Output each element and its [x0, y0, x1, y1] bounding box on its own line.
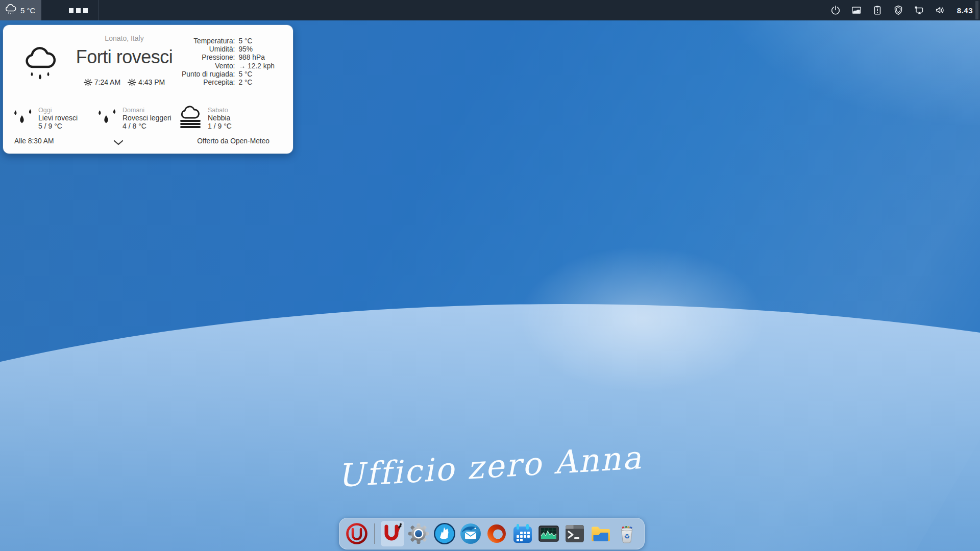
detail-value: 5 °C — [238, 38, 275, 45]
weather-popover: Lonato, Italy Forti rovesci 7:24 AM 4:43… — [3, 25, 293, 154]
librewolf-icon — [433, 522, 456, 545]
detail-label: Vento: — [182, 63, 235, 70]
forecast-day: Domani — [122, 107, 172, 114]
clipboard-alert-icon[interactable] — [871, 4, 884, 16]
sunset-icon — [128, 79, 136, 86]
ufficio-zero-installer-icon — [382, 522, 403, 545]
dock-separator — [374, 523, 375, 544]
forecast-temps: 4 / 8 °C — [122, 122, 172, 130]
forecast-tomorrow: Domani Rovesci leggeri 4 / 8 °C — [94, 106, 179, 131]
dock-item-settings[interactable] — [407, 521, 430, 546]
forecast-condition: Lievi rovesci — [38, 114, 78, 122]
terminal-icon — [564, 522, 586, 545]
detail-value: 988 hPa — [238, 54, 275, 61]
forecast-condition: Nebbia — [208, 114, 232, 122]
dock-item-file-manager[interactable] — [589, 521, 612, 546]
folder-icon — [590, 522, 612, 545]
sunset-time: 4:43 PM — [138, 78, 165, 86]
weather-card-footer: Alle 8:30 AM Offerto da Open-Meteo — [3, 137, 293, 147]
trash-full-icon: ♻ — [616, 522, 638, 545]
system-tray: 8.43 — [829, 0, 973, 20]
panel-separator — [98, 0, 99, 20]
forecast-day: Sabato — [208, 107, 232, 114]
chevron-down-icon[interactable] — [111, 138, 126, 147]
dock-item-terminal[interactable] — [563, 521, 586, 546]
display-brightness-icon[interactable] — [850, 4, 863, 16]
dock-item-calendar[interactable] — [511, 521, 534, 546]
wallpaper-glow — [479, 222, 805, 416]
power-icon[interactable] — [829, 4, 842, 16]
detail-label: Pressione: — [182, 54, 235, 61]
weather-details: Temperatura: 5 °C Umidità: 95% Pressione… — [182, 38, 275, 86]
ufficio-zero-logo-icon — [346, 522, 368, 545]
panel-clock[interactable]: 8.43 — [957, 6, 973, 15]
detail-label: Punto di rugiada: — [182, 71, 235, 78]
detail-value: → 12.2 kph — [238, 63, 275, 70]
shield-icon[interactable] — [892, 4, 904, 16]
weather-condition: Forti rovesci — [52, 46, 197, 68]
weather-location: Lonato, Italy — [52, 34, 197, 42]
weather-updated: Alle 8:30 AM — [14, 137, 54, 145]
forecast-temps: 1 / 9 °C — [208, 122, 232, 130]
forecast-row: Oggi Lievi rovesci 5 / 9 °C Domani Roves… — [10, 106, 286, 131]
rain-cloud-icon — [4, 4, 17, 17]
panel-weather-temp: 5 °C — [20, 6, 35, 15]
detail-label: Umidità: — [182, 46, 235, 53]
panel-menu-button[interactable] — [67, 0, 90, 20]
panel-weather-applet[interactable]: 5 °C — [0, 0, 41, 20]
weather-attribution: Offerto da Open-Meteo — [197, 137, 270, 145]
grid-dots-icon — [69, 8, 74, 13]
detail-value: 5 °C — [238, 71, 275, 78]
sunrise-icon — [84, 79, 92, 86]
svg-text:♻: ♻ — [624, 533, 630, 540]
weather-card-main: Lonato, Italy Forti rovesci 7:24 AM 4:43… — [52, 34, 197, 86]
dock-item-ufficio-zero-menu[interactable] — [345, 521, 369, 546]
fog-icon — [179, 106, 203, 131]
dock: ♻ — [339, 518, 645, 549]
forecast-saturday: Sabato Nebbia 1 / 9 °C — [179, 106, 263, 131]
sunrise-time: 7:24 AM — [94, 78, 120, 86]
forecast-condition: Rovesci leggeri — [122, 114, 172, 122]
forecast-day: Oggi — [38, 107, 78, 114]
dock-item-office[interactable] — [485, 521, 508, 546]
detail-label: Temperatura: — [182, 38, 235, 45]
forecast-today: Oggi Lievi rovesci 5 / 9 °C — [10, 106, 94, 131]
top-panel: 5 °C — [0, 0, 980, 20]
network-icon[interactable] — [913, 4, 925, 16]
detail-value: 95% — [238, 46, 275, 53]
forecast-temps: 5 / 9 °C — [38, 122, 78, 130]
dock-item-thunderbird[interactable] — [459, 521, 482, 546]
dock-item-librewolf[interactable] — [433, 521, 456, 546]
detail-label: Percepita: — [182, 79, 235, 86]
system-monitor-icon — [537, 522, 560, 545]
detail-value: 2 °C — [238, 79, 275, 86]
dock-item-system-monitor[interactable] — [537, 521, 560, 546]
sunset-row: 4:43 PM — [128, 78, 165, 86]
rain-drops-icon — [10, 106, 34, 131]
office-icon — [485, 522, 508, 545]
panel-edge-widget[interactable] — [975, 1, 978, 19]
thunderbird-icon — [459, 522, 482, 545]
rain-drops-icon — [94, 106, 118, 131]
calendar-icon — [511, 522, 534, 545]
sunrise-row: 7:24 AM — [84, 78, 120, 86]
dock-item-trash[interactable]: ♻ — [615, 521, 639, 546]
gear-icon — [407, 522, 430, 545]
dock-item-ufficio-zero-installer[interactable] — [381, 521, 404, 546]
volume-icon[interactable] — [934, 4, 946, 16]
